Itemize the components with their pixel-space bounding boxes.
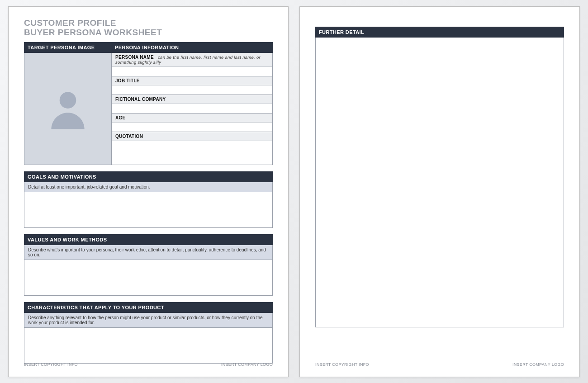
header-further-detail: FURTHER DETAIL bbox=[315, 27, 564, 38]
footer-company-logo-2: INSERT COMPANY LOGO bbox=[512, 362, 564, 367]
input-further-detail[interactable] bbox=[315, 38, 564, 327]
document-title: CUSTOMER PROFILE BUYER PERSONA WORKSHEET bbox=[24, 19, 273, 38]
header-values: VALUES AND WORK METHODS bbox=[24, 234, 273, 245]
persona-info-fields: PERSONA NAME can be the first name, firs… bbox=[112, 53, 272, 165]
hint-values: Describe what's important to your person… bbox=[24, 245, 273, 260]
field-quotation: QUOTATION bbox=[112, 132, 272, 165]
header-target-persona-image: TARGET PERSONA IMAGE bbox=[24, 42, 111, 53]
header-characteristics: CHARACTERISTICS THAT APPLY TO YOUR PRODU… bbox=[24, 302, 273, 313]
label-age: AGE bbox=[112, 113, 272, 123]
field-job-title: JOB TITLE bbox=[112, 76, 272, 95]
worksheet-page-2: FURTHER DETAIL INSERT COPYRIGHT INFO INS… bbox=[299, 6, 580, 377]
input-goals[interactable] bbox=[24, 192, 273, 228]
header-goals: GOALS AND MOTIVATIONS bbox=[24, 171, 273, 182]
title-line-1: CUSTOMER PROFILE bbox=[24, 19, 273, 28]
top-header-row: TARGET PERSONA IMAGE PERSONA INFORMATION bbox=[24, 42, 273, 53]
worksheet-page-1: CUSTOMER PROFILE BUYER PERSONA WORKSHEET… bbox=[8, 6, 289, 377]
label-persona-name: PERSONA NAME bbox=[115, 55, 154, 60]
header-persona-information: PERSONA INFORMATION bbox=[111, 42, 273, 53]
field-persona-name: PERSONA NAME can be the first name, firs… bbox=[112, 53, 272, 76]
page-2-footer: INSERT COPYRIGHT INFO INSERT COMPANY LOG… bbox=[315, 362, 564, 367]
field-fictional-company: FICTIONAL COMPANY bbox=[112, 95, 272, 113]
label-job-title: JOB TITLE bbox=[112, 76, 272, 85]
input-age[interactable] bbox=[112, 123, 272, 132]
persona-top-region: PERSONA NAME can be the first name, firs… bbox=[24, 53, 273, 165]
persona-image-placeholder[interactable] bbox=[24, 53, 112, 165]
input-characteristics[interactable] bbox=[24, 328, 273, 364]
input-quotation[interactable] bbox=[112, 141, 272, 165]
hint-goals: Detail at least one important, job-relat… bbox=[24, 182, 273, 192]
section-goals: GOALS AND MOTIVATIONS Detail at least on… bbox=[24, 171, 273, 228]
input-job-title[interactable] bbox=[112, 85, 272, 95]
footer-copyright: INSERT COPYRIGHT INFO bbox=[24, 362, 78, 367]
label-fictional-company: FICTIONAL COMPANY bbox=[112, 95, 272, 104]
page-1-footer: INSERT COPYRIGHT INFO INSERT COMPANY LOG… bbox=[24, 362, 273, 367]
footer-company-logo: INSERT COMPANY LOGO bbox=[221, 362, 273, 367]
footer-copyright-2: INSERT COPYRIGHT INFO bbox=[315, 362, 369, 367]
input-fictional-company[interactable] bbox=[112, 104, 272, 113]
field-age: AGE bbox=[112, 113, 272, 132]
section-characteristics: CHARACTERISTICS THAT APPLY TO YOUR PRODU… bbox=[24, 302, 273, 364]
svg-point-0 bbox=[60, 92, 76, 109]
title-line-2: BUYER PERSONA WORKSHEET bbox=[24, 28, 273, 38]
person-icon bbox=[43, 84, 93, 133]
hint-characteristics: Describe anything relevant to how the pe… bbox=[24, 313, 273, 328]
input-persona-name[interactable] bbox=[112, 67, 272, 76]
label-quotation: QUOTATION bbox=[112, 132, 272, 141]
section-values: VALUES AND WORK METHODS Describe what's … bbox=[24, 234, 273, 296]
input-values[interactable] bbox=[24, 260, 273, 296]
